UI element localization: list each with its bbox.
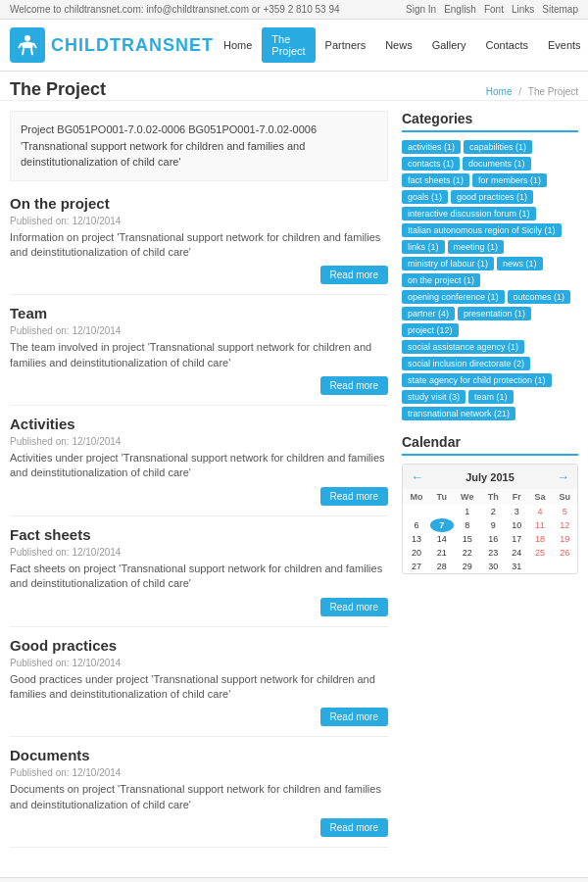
calendar-day[interactable]: 8 (454, 518, 482, 532)
top-bar: Welcome to childtransnet.com: info@child… (0, 0, 588, 20)
article-body-5: Documents on project 'Transnational supp… (10, 782, 388, 812)
calendar-day[interactable]: 4 (528, 505, 553, 518)
calendar-day[interactable]: 16 (481, 532, 506, 546)
calendar-day[interactable]: 5 (552, 505, 577, 518)
links-link[interactable]: Links (512, 4, 534, 15)
article-5: Documents Published on: 12/10/2014 Docum… (10, 747, 388, 848)
calendar-prev[interactable]: ← (411, 469, 423, 484)
calendar-day[interactable]: 11 (528, 518, 553, 532)
cat-tag-8[interactable]: interactive discussion forum (1) (402, 207, 536, 220)
sitemap-link[interactable]: Sitemap (542, 4, 578, 15)
cat-tag-2[interactable]: contacts (1) (402, 157, 460, 171)
cat-tag-20[interactable]: social assistance agency (1) (402, 340, 524, 354)
cat-tag-1[interactable]: capabilities (1) (464, 140, 532, 154)
breadcrumb-current: The Project (528, 86, 578, 97)
category-tags: activities (1)capabilities (1)contacts (… (402, 140, 578, 420)
calendar-day (552, 560, 577, 573)
calendar-next[interactable]: → (557, 469, 569, 484)
article-title-1: Team (10, 305, 388, 321)
calendar-day[interactable]: 24 (506, 546, 528, 560)
font-link[interactable]: Font (484, 4, 504, 15)
calendar-day[interactable]: 14 (430, 532, 454, 546)
calendar-day[interactable]: 17 (506, 532, 528, 546)
cat-tag-23[interactable]: study visit (3) (402, 390, 466, 404)
nav-events[interactable]: Events (538, 33, 588, 57)
cat-tag-4[interactable]: fact sheets (1) (402, 173, 469, 187)
svg-line-2 (31, 49, 32, 55)
cat-tag-24[interactable]: team (1) (468, 390, 514, 404)
sign-in-link[interactable]: Sign In (406, 4, 436, 15)
cat-tag-19[interactable]: project (12) (402, 323, 459, 337)
cat-tag-11[interactable]: meeting (1) (448, 240, 505, 254)
svg-line-3 (19, 43, 22, 48)
calendar-day[interactable]: 9 (481, 518, 506, 532)
logo[interactable]: CHILDTRANSNET (10, 27, 214, 63)
calendar-day[interactable]: 1 (454, 505, 482, 518)
article-body-4: Good practices under project 'Transnatio… (10, 672, 388, 703)
svg-line-1 (23, 49, 24, 55)
nav-the-project[interactable]: The Project (262, 27, 315, 63)
calendar-header-row: MoTuWeThFrSaSu (403, 489, 577, 505)
cat-tag-15[interactable]: opening conference (1) (402, 290, 505, 304)
calendar-day[interactable]: 2 (481, 505, 506, 518)
calendar-day[interactable]: 21 (430, 546, 454, 560)
cat-tag-21[interactable]: social inclusion directorate (2) (402, 357, 530, 370)
nav-home[interactable]: Home (214, 33, 262, 57)
article-title-3: Fact sheets (10, 526, 388, 543)
read-more-btn-0[interactable]: Read more (320, 266, 388, 284)
read-more-btn-3[interactable]: Read more (320, 598, 388, 616)
cat-tag-3[interactable]: documents (1) (463, 157, 531, 171)
nav-news[interactable]: News (375, 33, 422, 57)
nav-gallery[interactable]: Gallery (422, 33, 476, 57)
read-more-btn-5[interactable]: Read more (320, 818, 388, 837)
article-meta-5: Published on: 12/10/2014 (10, 767, 388, 778)
calendar-day[interactable]: 28 (430, 560, 454, 573)
cat-tag-0[interactable]: activities (1) (402, 140, 461, 154)
calendar-day[interactable]: 30 (481, 560, 506, 573)
article-meta-0: Published on: 12/10/2014 (10, 216, 388, 226)
calendar-day[interactable]: 15 (454, 532, 482, 546)
calendar-day[interactable]: 31 (506, 560, 528, 573)
cat-tag-22[interactable]: state agency for child protection (1) (402, 373, 552, 387)
cat-tag-6[interactable]: goals (1) (402, 190, 448, 204)
calendar-day[interactable]: 12 (552, 518, 577, 532)
breadcrumb-home[interactable]: Home (486, 86, 513, 97)
cat-tag-17[interactable]: partner (4) (402, 307, 455, 320)
calendar-day[interactable]: 7 (430, 518, 454, 532)
calendar-week-row: 13141516171819 (403, 532, 577, 546)
calendar-day[interactable]: 3 (506, 505, 528, 518)
read-more-btn-1[interactable]: Read more (320, 376, 388, 395)
nav-partners[interactable]: Partners (316, 33, 376, 57)
calendar-day[interactable]: 13 (403, 532, 430, 546)
calendar-day[interactable]: 29 (454, 560, 482, 573)
cat-tag-5[interactable]: for members (1) (472, 173, 547, 187)
calendar-day[interactable]: 23 (481, 546, 506, 560)
cat-tag-9[interactable]: Italian autonomous region of Sicily (1) (402, 223, 562, 237)
calendar-day[interactable]: 26 (552, 546, 577, 560)
cat-tag-16[interactable]: outcomes (1) (508, 290, 571, 304)
cat-tag-14[interactable]: on the project (1) (402, 273, 480, 287)
calendar-day[interactable]: 18 (528, 532, 553, 546)
read-more-btn-2[interactable]: Read more (320, 487, 388, 506)
calendar-day[interactable]: 10 (506, 518, 528, 532)
article-meta-3: Published on: 12/10/2014 (10, 547, 388, 558)
cat-tag-18[interactable]: presentation (1) (458, 307, 531, 320)
cat-tag-7[interactable]: good practices (1) (451, 190, 533, 204)
cal-day-header: Th (481, 489, 506, 505)
calendar-day[interactable]: 22 (454, 546, 482, 560)
nav-contacts[interactable]: Contacts (476, 33, 538, 57)
cat-tag-25[interactable]: transnational network (21) (402, 407, 515, 420)
cat-tag-10[interactable]: links (1) (402, 240, 445, 254)
calendar-day[interactable]: 19 (552, 532, 577, 546)
calendar-day[interactable]: 20 (403, 546, 430, 560)
cal-day-header: Fr (506, 489, 528, 505)
calendar-day[interactable]: 27 (403, 560, 430, 573)
cat-tag-13[interactable]: news (1) (497, 257, 543, 270)
language-selector[interactable]: English (444, 4, 476, 15)
read-more-btn-4[interactable]: Read more (320, 708, 388, 726)
calendar-day[interactable]: 6 (403, 518, 430, 532)
cal-day-header: Mo (403, 489, 430, 505)
cat-tag-12[interactable]: ministry of labour (1) (402, 257, 494, 270)
sidebar: Categories activities (1)capabilities (1… (402, 111, 578, 858)
calendar-day[interactable]: 25 (528, 546, 553, 560)
